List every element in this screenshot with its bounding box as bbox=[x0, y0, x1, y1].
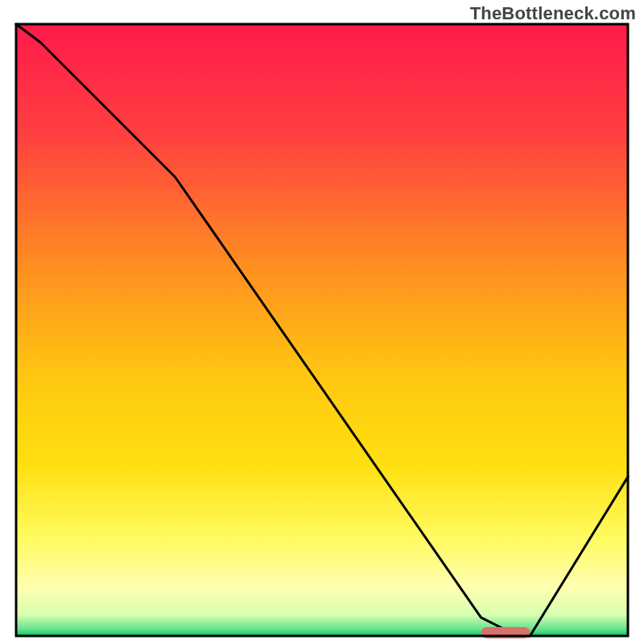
plot-background bbox=[16, 24, 628, 636]
chart-container: TheBottleneck.com bbox=[0, 0, 644, 644]
watermark-text: TheBottleneck.com bbox=[470, 3, 636, 24]
bottleneck-chart bbox=[0, 0, 644, 644]
